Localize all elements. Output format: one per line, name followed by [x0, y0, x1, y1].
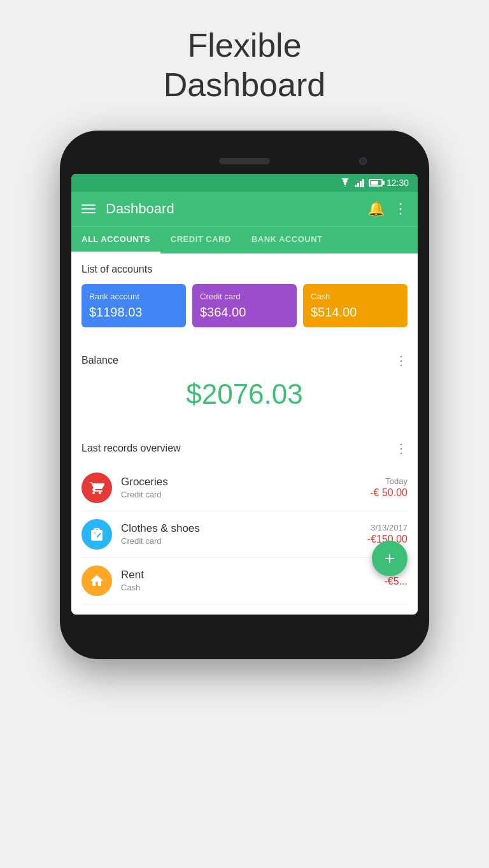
rent-amount: -€5...	[385, 576, 408, 587]
records-header: Last records overview ⋮	[82, 441, 408, 456]
signal-icon	[355, 178, 365, 187]
rent-name: Rent	[121, 569, 376, 581]
tab-credit-card[interactable]: CREDIT CARD	[160, 227, 241, 253]
groceries-details: Groceries Credit card	[121, 476, 361, 499]
groceries-name: Groceries	[121, 476, 361, 488]
record-item-groceries[interactable]: Groceries Credit card Today -€ 50.00	[82, 465, 408, 511]
phone-bottom	[71, 615, 418, 634]
notification-icon[interactable]: 🔔	[367, 201, 385, 217]
groceries-account: Credit card	[121, 490, 361, 499]
accounts-title: List of accounts	[82, 264, 152, 275]
app-title: Dashboard	[106, 201, 357, 217]
accounts-section: List of accounts Bank account $1198.03 C…	[71, 253, 418, 338]
rent-account: Cash	[121, 583, 376, 592]
credit-card-label: Credit card	[200, 292, 289, 301]
groceries-date: Today	[370, 476, 408, 486]
balance-title: Balance	[82, 355, 118, 366]
rent-amount-col: -€5...	[385, 574, 408, 587]
svg-rect-1	[357, 183, 359, 187]
clothes-details: Clothes & shoes Credit card	[121, 522, 358, 546]
svg-rect-3	[362, 179, 364, 187]
add-record-fab[interactable]: +	[372, 541, 408, 576]
overflow-menu-icon[interactable]: ⋮	[393, 201, 408, 217]
clothes-name: Clothes & shoes	[121, 522, 358, 535]
phone-top	[71, 148, 418, 174]
status-time: 12:30	[386, 178, 409, 188]
records-section: Last records overview ⋮ Groceries Credit…	[71, 430, 418, 615]
balance-section: Balance ⋮ $2076.03	[71, 343, 418, 425]
cash-card[interactable]: Cash $514.00	[303, 284, 408, 327]
app-bar: Dashboard 🔔 ⋮	[71, 192, 418, 226]
clothes-account: Credit card	[121, 536, 358, 546]
clothes-date: 3/13/2017	[367, 523, 408, 532]
phone-camera	[359, 157, 367, 165]
credit-card-card[interactable]: Credit card $364.00	[192, 284, 297, 327]
groceries-amount-col: Today -€ 50.00	[370, 476, 408, 499]
page-heading: Flexible Dashboard	[164, 25, 325, 105]
status-bar: 12:30	[71, 174, 418, 192]
bank-account-card[interactable]: Bank account $1198.03	[82, 284, 186, 327]
wifi-icon	[339, 178, 351, 187]
rent-icon	[82, 566, 112, 596]
hamburger-icon[interactable]	[82, 204, 96, 213]
battery-icon	[369, 179, 383, 187]
app-bar-actions: 🔔 ⋮	[367, 201, 408, 217]
cash-card-amount: $514.00	[311, 305, 400, 320]
record-item-clothes[interactable]: Clothes & shoes Credit card 3/13/2017 -€…	[82, 511, 408, 558]
bank-card-amount: $1198.03	[89, 305, 178, 320]
balance-overflow-icon[interactable]: ⋮	[395, 353, 408, 368]
records-title: Last records overview	[82, 443, 181, 454]
svg-rect-0	[355, 185, 357, 187]
groceries-amount: -€ 50.00	[370, 487, 408, 499]
svg-rect-2	[360, 181, 362, 187]
groceries-icon	[82, 473, 112, 503]
tab-all-accounts[interactable]: ALL ACCOUNTS	[71, 227, 160, 253]
records-overflow-icon[interactable]: ⋮	[395, 441, 408, 456]
phone-frame: 12:30 Dashboard 🔔 ⋮ ALL ACCOUNTS CREDIT …	[60, 131, 429, 659]
tab-bar: ALL ACCOUNTS CREDIT CARD BANK ACCOUNT	[71, 226, 418, 253]
tab-bank-account[interactable]: BANK ACCOUNT	[241, 227, 333, 253]
record-item-rent[interactable]: Rent Cash -€5...	[82, 558, 408, 604]
account-cards: Bank account $1198.03 Credit card $364.0…	[82, 284, 408, 327]
status-icons: 12:30	[339, 178, 409, 188]
bank-card-label: Bank account	[89, 292, 178, 301]
balance-header: Balance ⋮	[82, 353, 408, 368]
clothes-icon	[82, 519, 112, 550]
phone-screen: 12:30 Dashboard 🔔 ⋮ ALL ACCOUNTS CREDIT …	[71, 174, 418, 615]
rent-details: Rent Cash	[121, 569, 376, 592]
credit-card-amount: $364.00	[200, 305, 289, 320]
phone-speaker	[219, 158, 270, 164]
accounts-header: List of accounts	[82, 264, 408, 275]
cash-card-label: Cash	[311, 292, 400, 301]
balance-amount: $2076.03	[82, 378, 408, 410]
